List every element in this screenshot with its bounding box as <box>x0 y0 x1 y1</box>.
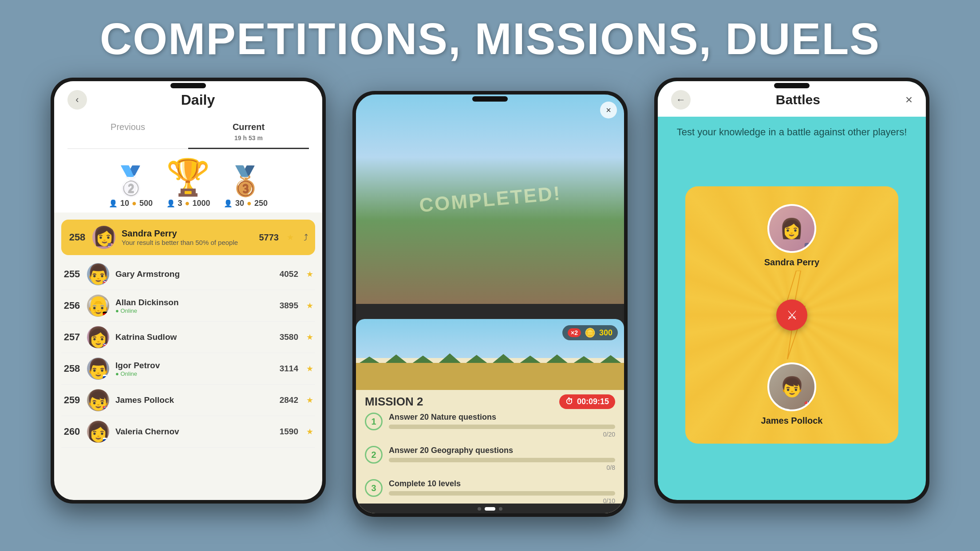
timer-icon: ⏱ <box>565 397 573 406</box>
coin-icon: ● <box>132 199 137 208</box>
completed-text: COMPLETED! <box>418 182 562 216</box>
swords-icon: ⚔ <box>786 308 798 323</box>
phone-battles: ← Battles × Test your knowledge in a bat… <box>654 78 929 504</box>
trophy-gold: 🏆 👤 3 ● 1000 <box>166 160 210 208</box>
mission-label: MISSION 2 <box>365 395 423 409</box>
bronze-reward: 👤 30 ● 250 <box>224 199 268 208</box>
battles-screen: ← Battles × Test your knowledge in a bat… <box>658 81 926 500</box>
daily-header: ‹ Daily Previous Current 19 h 53 m <box>54 81 322 149</box>
leaderboard-list: 255 👨 🇬🇧 Gary Armstrong 4052 ★ 256 👴 <box>54 259 322 500</box>
tab-current[interactable]: Current 19 h 53 m <box>188 117 309 149</box>
coin-icon2: ● <box>185 199 190 208</box>
phone2-inner: COMPLETED! × ×2 🪙 300 <box>356 94 624 513</box>
page-title: COMPETITIONS, MISSIONS, DUELS <box>0 0 980 64</box>
share-icon[interactable]: ⤴ <box>304 232 308 243</box>
battle-arena: 👩 🇺🇸 Sandra Perry ⚔ <box>658 144 926 500</box>
task-content-2: Answer 20 Geography questions 0/8 <box>389 446 615 471</box>
player2-container: 👦 🇳🇴 James Pollock <box>761 362 823 426</box>
rank-259: 259 <box>63 394 81 406</box>
task-1: 1 Answer 20 Nature questions 0/20 <box>365 413 615 438</box>
silver-trophy-icon: 🥈 <box>113 167 149 195</box>
online-dot-igor: ● Online <box>115 370 273 377</box>
task-title-3: Complete 10 levels <box>389 479 615 488</box>
battles-title: Battles <box>691 92 905 107</box>
score-igor: 3114 <box>280 364 298 374</box>
coin-amount: 300 <box>599 328 612 338</box>
score-valeria: 1590 <box>280 427 298 437</box>
name-container-igor: Igor Petrov ● Online <box>115 361 273 377</box>
current-user-avatar: 👩 🇺🇸 <box>92 226 115 249</box>
silver-reward: 👤 10 ● 500 <box>109 199 153 208</box>
player2-avatar: 👦 🇳🇴 <box>767 362 816 411</box>
tab-previous[interactable]: Previous <box>67 117 188 148</box>
battles-close-button[interactable]: × <box>905 93 913 107</box>
star-james: ★ <box>306 395 313 405</box>
x2-badge: ×2 <box>568 328 581 337</box>
coin-icon: 🪙 <box>585 327 596 338</box>
mission-screen: COMPLETED! × ×2 🪙 300 <box>356 94 624 513</box>
phone-mission: COMPLETED! × ×2 🪙 300 <box>352 91 628 517</box>
current-rank: 258 <box>68 232 86 243</box>
battles-subtitle: Test your knowledge in a battle against … <box>658 117 926 144</box>
battles-back-button[interactable]: ← <box>671 90 691 110</box>
nav-dot-1 <box>478 507 481 511</box>
back-button[interactable]: ‹ <box>67 90 87 110</box>
person-icon3: 👤 <box>224 199 233 208</box>
avatar-james: 👦 🇳🇴 <box>87 389 109 411</box>
star-katrina: ★ <box>306 332 313 342</box>
name-igor: Igor Petrov <box>115 361 273 370</box>
phones-container: ‹ Daily Previous Current 19 h 53 m 🥈 <box>0 78 980 517</box>
name-valeria: Valeria Chernov <box>115 427 273 437</box>
name-container-allan: Allan Dickinson ● Online <box>115 298 273 314</box>
progress-bar-2 <box>389 458 615 462</box>
table-row: 259 👦 🇳🇴 James Pollock 2842 ★ <box>61 385 315 416</box>
task-title-1: Answer 20 Nature questions <box>389 413 615 422</box>
star-gary: ★ <box>306 269 313 279</box>
tab-time: 19 h 53 m <box>234 134 263 142</box>
current-user-score: 5773 <box>259 232 279 243</box>
mission-header: MISSION 2 ⏱ 00:09:15 <box>356 390 624 413</box>
progress-bar-1 <box>389 425 615 429</box>
online-dot-allan: ● Online <box>115 307 273 314</box>
ground-layer <box>356 363 624 390</box>
rank-256: 256 <box>63 300 81 311</box>
mission-tasks: 1 Answer 20 Nature questions 0/20 2 <box>356 413 624 504</box>
avatar-gary: 👨 🇬🇧 <box>87 263 109 285</box>
phone-daily: ‹ Daily Previous Current 19 h 53 m 🥈 <box>51 78 326 504</box>
name-allan: Allan Dickinson <box>115 298 273 307</box>
task-content-1: Answer 20 Nature questions 0/20 <box>389 413 615 438</box>
name-katrina: Katrina Sudlow <box>115 332 273 342</box>
current-user-sub: Your result is better than 50% of people <box>122 239 253 246</box>
progress-text-2: 0/8 <box>389 464 615 471</box>
gold-trophy-icon: 🏆 <box>166 160 210 195</box>
current-user-name: Sandra Perry <box>122 228 253 239</box>
task-content-3: Complete 10 levels 0/10 <box>389 479 615 504</box>
daily-screen: ‹ Daily Previous Current 19 h 53 m 🥈 <box>54 81 322 500</box>
person-icon: 👤 <box>109 199 118 208</box>
trophy-section: 🥈 👤 10 ● 500 🏆 👤 3 ● <box>54 149 322 213</box>
trophy-bronze: 🥉 👤 30 ● 250 <box>224 167 268 208</box>
name-james: James Pollock <box>115 395 273 405</box>
table-row: 256 👴 🇩🇪 Allan Dickinson ● Online 3895 ★ <box>61 290 315 322</box>
player2-name: James Pollock <box>761 416 823 426</box>
task-num-3: 3 <box>365 479 383 497</box>
player1-container: 👩 🇺🇸 Sandra Perry <box>764 204 820 268</box>
table-row: 255 👨 🇬🇧 Gary Armstrong 4052 ★ <box>61 259 315 290</box>
name-gary: Gary Armstrong <box>115 269 273 279</box>
nav-dot-2 <box>485 507 495 511</box>
rank-258: 258 <box>63 363 81 374</box>
mission-popup: ×2 🪙 300 MISSION 2 ⏱ 00:09:15 <box>356 319 624 513</box>
rank-257: 257 <box>63 331 81 343</box>
avatar-allan: 👴 🇩🇪 <box>87 295 109 317</box>
phone3-inner: ← Battles × Test your knowledge in a bat… <box>658 81 926 500</box>
rank-260: 260 <box>63 426 81 437</box>
bottom-nav <box>356 504 624 513</box>
rank-255: 255 <box>63 268 81 280</box>
table-row: 260 👩 🇷🇺 Valeria Chernov 1590 ★ <box>61 416 315 448</box>
close-button[interactable]: × <box>600 102 617 118</box>
task-title-2: Answer 20 Geography questions <box>389 446 615 455</box>
coin-icon3: ● <box>247 199 252 208</box>
task-3: 3 Complete 10 levels 0/10 <box>365 479 615 504</box>
score-katrina: 3580 <box>280 332 298 342</box>
table-row: 258 👨 🇷🇺 Igor Petrov ● Online 3114 ★ <box>61 353 315 385</box>
